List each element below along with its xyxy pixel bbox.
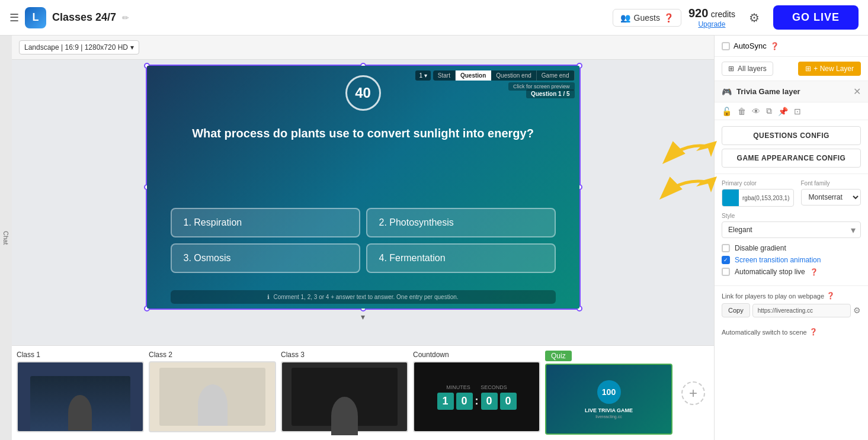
timer-value: 40 — [355, 85, 371, 101]
stage-nav-game-end[interactable]: Game end — [537, 70, 575, 81]
delete-icon[interactable]: 🗑 — [738, 107, 746, 116]
brand-logo: L — [25, 7, 46, 28]
new-layer-label: + New Layer — [813, 65, 854, 73]
footer-text: Comment 1, 2, 3 or 4 + answer text to an… — [273, 294, 458, 300]
scene-thumb-countdown: MINUTES SECONDS 1 0 : 0 0 — [413, 361, 540, 432]
primary-color-label: Primary color — [722, 180, 794, 187]
font-family-col: Font family Montserrat — [801, 180, 861, 207]
game-appearance-button[interactable]: GAME APPEARANCE CONFIG — [722, 149, 861, 168]
answer-4[interactable]: 4. Fermentation — [366, 243, 556, 273]
trivia-layer-icon: 🎮 — [722, 87, 732, 97]
link-row: Copy https://livereacting.cc ⚙ — [722, 303, 861, 317]
link-help: ❓ — [827, 292, 835, 300]
link-label: Link for players to play on webpage ❓ — [722, 292, 861, 300]
all-layers-button[interactable]: ⊞ All layers — [722, 62, 773, 76]
footer-info-icon: ℹ — [267, 294, 270, 300]
guests-button[interactable]: 👥 Guests ❓ — [613, 9, 681, 27]
link-settings-icon[interactable]: ⚙ — [853, 306, 861, 315]
main-area: Chat Landscape | 16:9 | 1280x720 HD ▾ — [0, 36, 868, 440]
auto-stop-help: ❓ — [810, 268, 818, 276]
questions-config-button[interactable]: QUESTIONS CONFIG — [722, 126, 861, 145]
stage-nav-question-end[interactable]: Question end — [491, 70, 537, 81]
go-live-button[interactable]: GO LIVE — [773, 5, 859, 30]
auto-switch-row: Automatically switch to scene ❓ — [715, 323, 868, 341]
scene-item-quiz[interactable]: Quiz 100 LIVE TRIVIA GAME livereacting.c… — [545, 351, 672, 435]
layer-toolbar: ⊞ All layers ⊞ + New Layer — [715, 57, 868, 81]
disable-gradient-checkbox[interactable] — [722, 244, 730, 252]
scene-thumb-class3 — [281, 361, 408, 432]
screen-transition-label[interactable]: Screen transition animation — [735, 256, 821, 264]
color-swatch[interactable] — [722, 190, 739, 206]
scene-label-class1: Class 1 — [17, 351, 144, 359]
scene-item-countdown[interactable]: Countdown MINUTES SECONDS 1 0 : 0 0 — [413, 351, 540, 435]
stage-wrapper: 1 ▾ Start Question Question end Game end… — [146, 65, 581, 310]
disable-gradient-label: Disable gradient — [735, 244, 786, 252]
stage-nav-btns: Start Question Question end Game end — [433, 70, 575, 81]
right-panel: AutoSync ❓ ⊞ All layers ⊞ + New Layer 🎮 … — [714, 36, 868, 440]
style-select-row[interactable]: Elegant ▾ — [722, 221, 861, 238]
add-scene-button[interactable]: + — [681, 381, 705, 405]
config-section: QUESTIONS CONFIG GAME APPEARANCE CONFIG — [715, 120, 868, 174]
resolution-chevron: ▾ — [130, 43, 134, 52]
stage-top-bar: 1 ▾ Start Question Question end Game end — [415, 70, 574, 81]
answer-2[interactable]: 2. Photosynthesis — [366, 208, 556, 237]
style-select-arrow: ▾ — [846, 224, 860, 236]
expand-icon[interactable]: ⊡ — [794, 107, 801, 116]
trivia-layer-close[interactable]: ✕ — [853, 86, 861, 97]
autosync-row: AutoSync ❓ — [715, 36, 868, 57]
screen-transition-row: Screen transition animation — [722, 256, 861, 264]
scene-label-countdown: Countdown — [413, 351, 540, 359]
scene-item-class3[interactable]: Class 3 — [281, 351, 408, 435]
timer-circle: 40 — [345, 75, 381, 111]
font-select[interactable]: Montserrat — [801, 189, 861, 205]
logo-letter: L — [33, 11, 39, 24]
auto-stop-label: Automatically stop live — [735, 268, 805, 276]
pin-icon[interactable]: 📌 — [778, 107, 788, 116]
chat-sidebar[interactable]: Chat — [0, 36, 12, 440]
scene-label-class3: Class 3 — [281, 351, 408, 359]
canvas-toolbar: Landscape | 16:9 | 1280x720 HD ▾ — [12, 36, 714, 60]
app-title: Classes 24/7 — [52, 11, 116, 24]
copy-layer-icon[interactable]: ⧉ — [766, 106, 772, 116]
lock-icon[interactable]: 🔓 — [722, 107, 732, 116]
scene-strip: Class 1 Class 2 Class 3 — [12, 345, 714, 440]
link-url: https://livereacting.cc — [752, 304, 851, 317]
upgrade-link[interactable]: Upgrade — [688, 20, 735, 28]
autosync-checkbox[interactable] — [722, 42, 730, 50]
guests-help-icon: ❓ — [664, 13, 674, 23]
stage-nav-dropdown[interactable]: 1 ▾ — [415, 70, 430, 81]
answers-grid: 1. Respiration 2. Photosynthesis 3. Osmo… — [171, 208, 556, 273]
color-font-row: Primary color rgba(0,153,203,1) Font fam… — [722, 180, 861, 207]
navbar-left: ☰ L Classes 24/7 ✏ — [9, 7, 606, 28]
answer-3[interactable]: 3. Osmosis — [171, 243, 360, 273]
auto-switch-label: Automatically switch to scene — [722, 329, 807, 336]
color-input-row: rgba(0,153,203,1) — [722, 189, 794, 207]
scene-item-class2[interactable]: Class 2 — [149, 351, 276, 435]
screen-transition-checkbox[interactable] — [722, 256, 730, 264]
scene-item-class1[interactable]: Class 1 — [17, 351, 144, 435]
navbar-center: 👥 Guests ❓ — [613, 9, 681, 27]
style-label: Style — [722, 213, 861, 219]
autosync-help: ❓ — [770, 42, 779, 50]
collapse-button[interactable]: ▾ — [358, 310, 367, 324]
scene-label-class2: Class 2 — [149, 351, 276, 359]
hamburger-icon[interactable]: ☰ — [9, 11, 19, 24]
scene-label-quiz: Quiz — [545, 351, 572, 361]
edit-icon[interactable]: ✏ — [122, 13, 129, 23]
copy-button[interactable]: Copy — [722, 303, 750, 317]
visibility-icon[interactable]: 👁 — [752, 107, 760, 116]
credits-count: 920 — [688, 7, 708, 20]
autosync-label: AutoSync — [734, 41, 767, 50]
canvas-container: 1 ▾ Start Question Question end Game end… — [12, 60, 714, 345]
new-layer-button[interactable]: ⊞ + New Layer — [798, 62, 861, 76]
stage-nav-question[interactable]: Question — [456, 70, 491, 81]
guests-label: Guests — [634, 13, 660, 23]
link-label-text: Link for players to play on webpage — [722, 293, 824, 300]
credits-area: 920 credits Upgrade — [688, 7, 735, 28]
primary-color-col: Primary color rgba(0,153,203,1) — [722, 180, 794, 207]
stage-nav-start[interactable]: Start — [433, 70, 456, 81]
settings-icon[interactable]: ⚙ — [745, 8, 764, 27]
resolution-select[interactable]: Landscape | 16:9 | 1280x720 HD ▾ — [19, 40, 139, 54]
answer-1[interactable]: 1. Respiration — [171, 208, 360, 237]
auto-stop-checkbox[interactable] — [722, 268, 730, 276]
